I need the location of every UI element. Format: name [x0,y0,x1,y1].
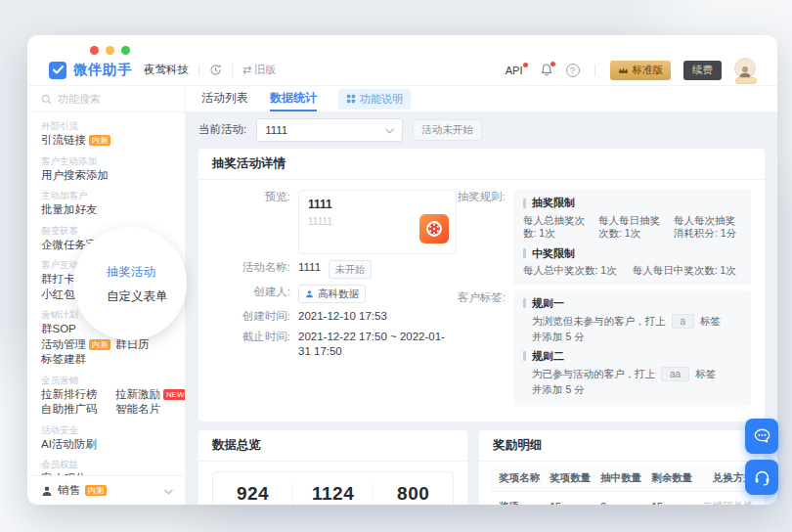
rewards-card-title: 奖励明细 [479,430,765,462]
window-titlebar [27,35,777,55]
sidebar-item-biaoqian-jianqun[interactable]: 标签建群 [41,352,86,368]
deadline-label: 截止时间: [212,330,298,344]
sidebar-item-zhineng-mingpian[interactable]: 智能名片 [115,402,160,418]
sidebar-item-piliang-jiahaoyou[interactable]: 批量加好友 [41,202,98,218]
company-name: 夜莺科技 [144,63,189,77]
chevron-down-icon [385,124,394,136]
sidebar-item-zizhu-tuiguangma[interactable]: 自助推广码 [41,402,115,418]
customer-tags-panel: 规则一 为浏览但未参与的客户，打上a标签 并添加 5 分 规则二 为已参与活动的… [513,290,751,406]
activity-preview-card: 1111 11111 [298,190,457,254]
renew-button[interactable]: 续费 [683,61,722,80]
bottom-cards-row: 数据总览 924 总浏览人数 1124 总参与人数 [198,430,765,506]
sidebar-section-header: 客户主动添加 [41,155,173,166]
tab-activity-list[interactable]: 活动列表 [201,86,248,111]
divider [594,65,595,76]
sidebar-item-laxin-paihangbang[interactable]: 拉新排行榜 [41,387,115,403]
win-limit-title: 中奖限制 [523,247,741,261]
sidebar-section-header: 主动加客户 [41,190,173,200]
switch-old-version-link[interactable]: ⇄ 旧版 [242,63,276,77]
maximize-window-button[interactable] [121,46,130,55]
search-placeholder: 功能搜索 [58,92,101,107]
customer-service-button[interactable] [745,460,778,495]
details-right-column: 抽奖规则: 抽奖限制 每人总抽奖次数: 1次 每人每日抽奖次数: 1次 每人每次… [457,190,751,412]
avatar-badge [735,77,757,84]
content-area: 当前活动: 1111 活动未开始 抽奖活动详情 [186,112,777,505]
beta-badge: 内测 [85,485,107,496]
app-logo-icon [49,62,66,79]
draw-limit-title: 抽奖限制 [523,197,741,210]
sidebar-section-header: 活动安全 [41,424,173,435]
sidebar-section-header: 会员权益 [41,459,173,469]
rewards-table: 奖项名称 奖项数量 抽中数量 剩余数量 兑换方式 [491,466,762,506]
history-icon[interactable] [209,64,222,76]
win-limit-item: 每人总中奖次数: 1次 [523,264,617,278]
minimize-window-button[interactable] [106,46,114,55]
lottery-rules-panel: 抽奖限制 每人总抽奖次数: 1次 每人每日抽奖次数: 1次 每人每次抽奖消耗积分… [513,190,751,285]
tab-data-statistics[interactable]: 数据统计 [270,86,317,111]
activity-name-label: 活动名称: [212,260,298,275]
chevron-down-icon [164,485,173,497]
sidebar-item-ai-fangshua[interactable]: AI活动防刷 [41,437,97,453]
preview-title: 1111 [308,198,447,212]
plan-badge[interactable]: 标准版 [610,61,672,80]
notification-bell-icon[interactable] [540,63,553,77]
app-title: 微伴助手 [73,61,132,79]
details-left-column: 预览: 1111 11111 [212,190,457,412]
rule2-line2: 并添加 5 分 [532,383,741,397]
sidebar-item-yinliu-lianjie[interactable]: 引流链接内测 [41,133,110,149]
person-icon [41,485,53,497]
sidebar-item-laxin-jili[interactable]: 拉新激励NEW [115,387,185,403]
sidebar-item-huodong-guanli[interactable]: 活动管理内测 [41,337,115,353]
api-menu[interactable]: API [506,65,527,76]
lottery-rules-label: 抽奖规则: [457,190,513,204]
overview-stats-box: 924 总浏览人数 1124 总参与人数 800 [212,471,454,506]
help-icon[interactable]: ? [566,64,580,77]
rule1-line: 为浏览但未参与的客户，打上a标签 [532,314,741,329]
desktop-background: 微伴助手 夜莺科技 ⇄ 旧版 API ? 标准版 [0,0,792,532]
preview-label: 预览: [212,190,298,204]
stat-total-views: 924 总浏览人数 [213,483,292,506]
sidebar-bottom-sales[interactable]: 销售 内测 [27,475,185,505]
details-card-title: 抽奖活动详情 [198,149,765,180]
close-window-button[interactable] [90,46,99,55]
activity-details-card: 抽奖活动详情 预览: 1111 11111 [198,149,765,421]
stat-total-participants: 1124 总参与人数 [292,483,373,506]
new-badge: NEW [163,389,185,400]
draw-limit-item: 每人总抽奖次数: 1次 [523,214,591,241]
beta-badge: 内测 [89,135,110,146]
tab-bar: 活动列表 数据统计 功能说明 [186,86,777,112]
feature-help-button[interactable]: 功能说明 [338,89,411,110]
chat-bubble-icon [754,428,770,444]
rule2-line: 为已参与活动的客户，打上aa标签 [532,367,741,381]
onboarding-spotlight: 抽奖活动 自定义表单 [73,227,187,340]
grid-icon [346,94,356,104]
beta-badge: 内测 [89,339,110,350]
divider [232,65,233,76]
search-input[interactable]: 功能搜索 [27,86,185,112]
creator-tag: 高科数据 [298,285,366,303]
not-started-tag: 未开始 [329,260,372,279]
stat-total-winners: 800 总获奖人数 [373,483,453,506]
headset-icon [754,469,770,486]
sidebar-section-header: 全员营销 [41,375,173,385]
draw-limit-item: 每人每次抽奖消耗积分: 1分 [674,214,741,241]
main-area: 活动列表 数据统计 功能说明 当前活动: 1111 [186,86,777,505]
overview-card-title: 数据总览 [198,430,467,462]
header-right-group: API ? 标准版 续费 [506,58,758,83]
sidebar-item-qun-sop[interactable]: 群SOP [41,322,76,337]
rewards-detail-card: 奖励明细 奖项名称 奖项数量 抽中数量 剩余数量 [479,430,765,506]
user-avatar[interactable] [734,58,758,83]
feedback-chat-button[interactable] [745,419,778,454]
spotlight-item-lottery-activity[interactable]: 抽奖活动 [107,265,187,279]
search-icon [41,94,52,105]
sidebar-item-xiaohongbao[interactable]: 小红包 [41,288,75,303]
sidebar-item-yonghu-sousuo[interactable]: 用户搜索添加 [41,168,109,184]
app-header: 微伴助手 夜莺科技 ⇄ 旧版 API ? 标准版 [27,55,777,86]
win-limit-item: 每人每日中奖次数: 1次 [633,264,736,278]
prize-wheel-icon [419,214,449,247]
spotlight-item-custom-form[interactable]: 自定义表单 [107,289,187,303]
activity-select[interactable]: 1111 [256,118,403,142]
deadline-value: 2021-12-22 17:50 ~ 2022-01-31 17:50 [298,330,457,359]
rule1-line2: 并添加 5 分 [532,331,741,344]
table-header-row: 奖项名称 奖项数量 抽中数量 剩余数量 兑换方式 [491,466,762,492]
